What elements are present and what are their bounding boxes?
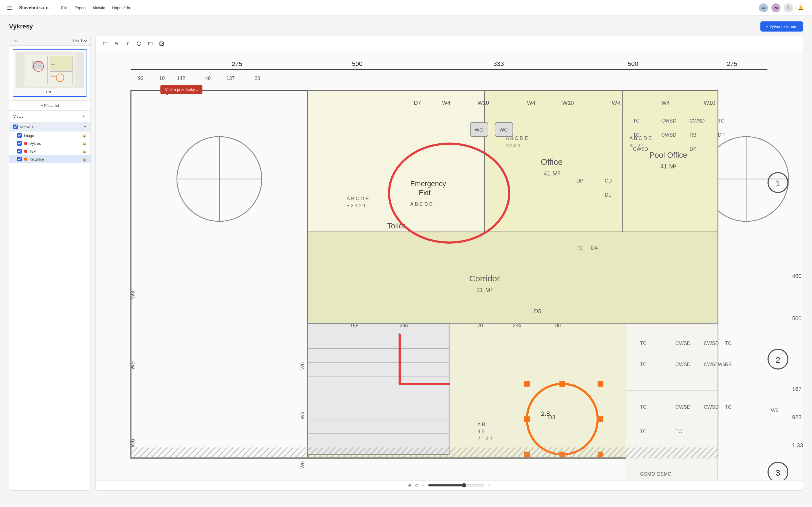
layer-image-name: image <box>24 133 80 138</box>
topnav: Stavební s.r.o. Filtr Export Aktivita Ná… <box>0 0 812 16</box>
layer-group-name: Vrstva 1 <box>20 125 81 129</box>
svg-text:D5: D5 <box>534 308 541 314</box>
thumbnail-card-list1[interactable]: Office Corridor List 1 <box>13 49 87 97</box>
sidebar: List List 1 Office <box>9 36 91 491</box>
layer-image-checkbox[interactable] <box>17 133 22 138</box>
layer-kruznice-checkbox[interactable] <box>17 157 22 161</box>
svg-text:W6: W6 <box>300 461 305 468</box>
annotation-popup[interactable]: Vložte poznámky... <box>160 85 202 94</box>
nav-filter[interactable]: Filtr <box>61 6 67 10</box>
svg-text:A B C D E: A B C D E <box>347 196 369 202</box>
svg-point-17 <box>160 43 161 43</box>
avatar-pd[interactable]: PD <box>771 3 780 12</box>
rectangle-tool[interactable] <box>100 39 110 49</box>
image-tool[interactable] <box>156 39 167 49</box>
add-list-button[interactable]: + Přidat list <box>9 100 91 110</box>
svg-text:1,334: 1,334 <box>792 442 803 448</box>
svg-text:Office: Office <box>51 64 55 65</box>
create-record-button[interactable]: + Vytvořit záznam <box>760 21 803 32</box>
svg-rect-125 <box>598 416 603 422</box>
zoom-slider[interactable] <box>428 483 485 488</box>
svg-text:70: 70 <box>477 323 483 328</box>
svg-rect-14 <box>148 42 152 45</box>
svg-text:P1: P1 <box>576 245 582 251</box>
layers-header: Vrstvy + <box>9 111 91 122</box>
svg-text:DP: DP <box>690 146 696 152</box>
svg-text:DP: DP <box>718 132 725 138</box>
svg-text:Exit: Exit <box>419 189 430 196</box>
layer-text-dot <box>24 150 28 153</box>
layer-text-checkbox[interactable] <box>17 149 22 154</box>
svg-text:GSMO GSMC: GSMO GSMC <box>640 471 671 477</box>
svg-text:CD: CD <box>605 178 612 184</box>
nav-export[interactable]: Export <box>74 6 86 10</box>
layer-dropdown-icon[interactable] <box>83 124 87 129</box>
zoom-bar: ⊕ ⊙ − + <box>96 480 803 490</box>
nav-activity[interactable]: Aktivita <box>93 6 105 10</box>
svg-text:CWSD: CWSD <box>633 146 648 152</box>
zoom-out-icon[interactable]: − <box>422 483 424 488</box>
svg-text:167: 167 <box>792 386 801 392</box>
svg-text:CWSD: CWSD <box>661 118 676 124</box>
svg-text:3|1|2|1: 3|1|2|1 <box>506 143 521 149</box>
svg-text:WC: WC <box>475 127 483 133</box>
svg-text:CWSD: CWSD <box>704 404 719 410</box>
svg-rect-11 <box>103 42 107 45</box>
svg-text:923: 923 <box>792 414 801 420</box>
layers-title: Vrstvy <box>13 114 23 119</box>
svg-text:266: 266 <box>400 323 408 328</box>
svg-text:CWSD: CWSD <box>675 404 691 410</box>
zoom-target-icon[interactable]: ⊙ <box>415 483 419 488</box>
nav-help[interactable]: Nápověda <box>112 6 130 10</box>
notification-bell[interactable]: 🔔 <box>796 3 805 12</box>
page-header: Výkresy + Vytvořit záznam <box>0 16 812 36</box>
circle-tool[interactable] <box>134 39 144 49</box>
cloud-tool[interactable] <box>145 39 155 49</box>
layer-vykres-checkbox[interactable] <box>17 141 22 146</box>
thumbnail-image: Office Corridor <box>15 52 84 89</box>
svg-text:W6: W6 <box>300 362 305 370</box>
add-layer-button[interactable]: + <box>81 114 87 119</box>
svg-text:TC: TC <box>675 429 682 434</box>
svg-text:W8: W8 <box>130 291 136 299</box>
svg-rect-77 <box>308 324 449 455</box>
text-tool[interactable]: T <box>123 39 133 49</box>
svg-rect-124 <box>524 416 530 422</box>
layer-group-checkbox[interactable] <box>13 124 18 129</box>
arrow-tool[interactable] <box>111 39 121 49</box>
svg-text:Emergency: Emergency <box>410 180 446 187</box>
svg-line-12 <box>115 42 116 43</box>
floor-plan-container[interactable]: Vložte poznámky... 275 500 333 500 275 9… <box>96 51 803 490</box>
avatar-jn[interactable]: JN <box>759 3 768 12</box>
svg-text:W6: W6 <box>130 439 136 447</box>
svg-text:275: 275 <box>726 60 737 67</box>
list-select[interactable]: List 1 <box>73 39 87 43</box>
svg-text:93: 93 <box>138 75 144 81</box>
svg-rect-49 <box>622 91 718 232</box>
svg-text:W6: W6 <box>718 362 725 367</box>
main-layout: List List 1 Office <box>0 36 812 500</box>
svg-text:CWSD: CWSD <box>704 362 719 367</box>
thumbnail-area: Office Corridor List 1 <box>9 46 91 100</box>
list-header: List List 1 <box>9 36 91 46</box>
svg-text:W6: W6 <box>300 412 305 419</box>
topnav-right: JN PD 🔔 <box>759 3 805 12</box>
layer-kruznice-name: Kružnice <box>30 157 80 161</box>
svg-text:142: 142 <box>177 75 185 81</box>
avatar-user-icon[interactable] <box>784 3 793 12</box>
layer-item-vykres: Výkres 🔒 <box>9 139 91 147</box>
svg-rect-137 <box>131 447 308 458</box>
svg-text:5 2 1 2 1: 5 2 1 2 1 <box>347 203 366 209</box>
lock-icon-image: 🔒 <box>82 133 87 137</box>
hamburger-menu[interactable] <box>7 6 12 10</box>
zoom-fit-icon[interactable]: ⊕ <box>408 483 412 488</box>
svg-rect-129 <box>598 381 603 387</box>
svg-text:WC: WC <box>499 127 507 133</box>
nav-links: Filtr Export Aktivita Nápověda <box>61 6 752 10</box>
svg-text:TC: TC <box>633 132 640 138</box>
svg-text:Corridor: Corridor <box>469 274 500 283</box>
zoom-in-icon[interactable]: + <box>488 483 490 488</box>
svg-text:21 M²: 21 M² <box>476 286 493 293</box>
svg-text:8 5: 8 5 <box>477 429 485 434</box>
svg-text:3: 3 <box>776 468 780 477</box>
